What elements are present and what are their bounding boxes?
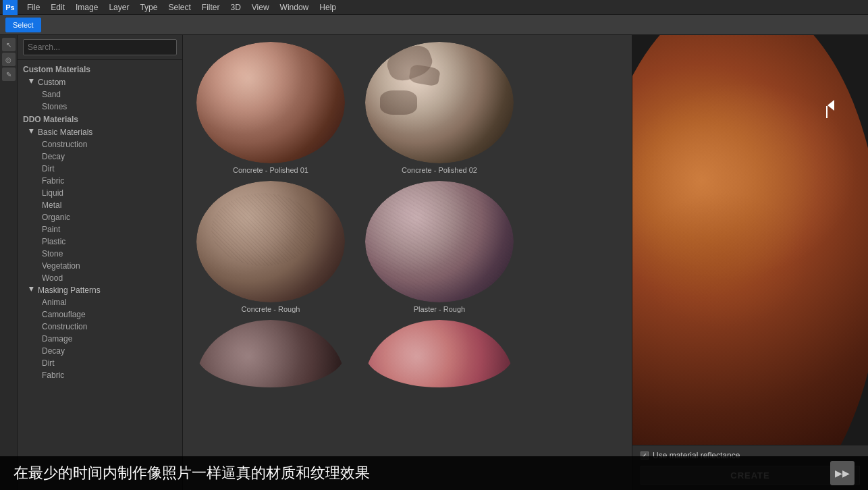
left-tools-panel: ↖ ◎ ✎ — [0, 35, 18, 490]
search-input[interactable] — [23, 39, 177, 55]
menu-type[interactable]: Type — [134, 1, 163, 13]
group-masking-patterns[interactable]: ▶ Masking Patterns — [18, 284, 182, 296]
item-metal[interactable]: Metal — [18, 199, 182, 211]
group-masking-label: Masking Patterns — [38, 285, 101, 295]
toolbar-select-btn[interactable]: Select — [5, 18, 41, 32]
tree-container: Custom Materials ▶ Custom Sand Stones DD… — [18, 60, 182, 490]
group-basic-label: Basic Materials — [38, 128, 92, 137]
item-construction-mask[interactable]: Construction — [18, 321, 182, 333]
right-panel: Use material reflectance CREATE — [632, 35, 868, 490]
menu-file[interactable]: File — [22, 1, 45, 13]
item-animal[interactable]: Animal — [18, 296, 182, 308]
sphere-4 — [196, 320, 345, 387]
chevron-custom: ▶ — [28, 79, 35, 86]
item-damage[interactable]: Damage — [18, 333, 182, 345]
material-card-1[interactable]: Concrete - Polished 02 — [358, 42, 520, 174]
item-camouflage[interactable]: Camouflage — [18, 308, 182, 321]
group-custom-label: Custom — [38, 78, 65, 87]
sphere-5 — [365, 320, 514, 387]
menubar: Ps File Edit Image Layer Type Select Fil… — [0, 0, 868, 15]
item-stone[interactable]: Stone — [18, 248, 182, 260]
app-logo: Ps — [3, 0, 18, 15]
material-card-2[interactable]: Concrete - Rough — [190, 181, 352, 313]
cursor-arrow — [828, 100, 834, 111]
menu-layer[interactable]: Layer — [103, 1, 134, 13]
group-custom[interactable]: ▶ Custom — [18, 76, 182, 88]
material-card-4[interactable] — [190, 320, 352, 390]
material-card-3[interactable]: Plaster - Rough — [358, 181, 520, 313]
item-stones[interactable]: Stones — [18, 101, 182, 113]
tool-paint[interactable]: ✎ — [2, 67, 16, 81]
menu-image[interactable]: Image — [70, 1, 103, 13]
material-label-2: Concrete - Rough — [242, 305, 300, 313]
sphere-2 — [196, 181, 345, 302]
item-plastic[interactable]: Plastic — [18, 236, 182, 248]
search-box — [18, 35, 182, 60]
material-label-0: Concrete - Polished 01 — [233, 166, 308, 174]
section-custom-materials[interactable]: Custom Materials — [18, 63, 182, 76]
sphere-1 — [365, 42, 514, 163]
item-paint[interactable]: Paint — [18, 223, 182, 236]
item-sand[interactable]: Sand — [18, 88, 182, 101]
item-liquid[interactable]: Liquid — [18, 187, 182, 199]
item-organic[interactable]: Organic — [18, 211, 182, 223]
section-ddo-materials[interactable]: DDO Materials — [18, 113, 182, 126]
play-button[interactable]: ▶▶ — [830, 461, 855, 485]
sphere-0 — [196, 42, 345, 163]
item-decay[interactable]: Decay — [18, 151, 182, 163]
item-fabric-mask[interactable]: Fabric — [18, 369, 182, 381]
material-card-0[interactable]: Concrete - Polished 01 — [190, 42, 352, 174]
material-card-5[interactable] — [358, 320, 520, 390]
item-wood[interactable]: Wood — [18, 272, 182, 284]
menu-filter[interactable]: Filter — [196, 1, 225, 13]
item-decay-mask[interactable]: Decay — [18, 345, 182, 357]
materials-grid: Concrete - Polished 01 Concrete - Polish… — [183, 35, 632, 490]
item-construction[interactable]: Construction — [18, 138, 182, 151]
chevron-basic: ▶ — [28, 129, 35, 136]
menu-edit[interactable]: Edit — [45, 1, 70, 13]
menu-help[interactable]: Help — [314, 1, 342, 13]
item-fabric[interactable]: Fabric — [18, 175, 182, 187]
item-dirt[interactable]: Dirt — [18, 163, 182, 175]
chevron-masking: ▶ — [28, 287, 35, 294]
material-label-1: Concrete - Polished 02 — [402, 166, 477, 174]
menu-view[interactable]: View — [246, 1, 275, 13]
material-label-3: Plaster - Rough — [414, 305, 465, 313]
item-vegetation[interactable]: Vegetation — [18, 260, 182, 272]
menu-select[interactable]: Select — [163, 1, 196, 13]
sidebar: Custom Materials ▶ Custom Sand Stones DD… — [18, 35, 183, 490]
toolbar: Select — [0, 15, 868, 35]
main-layout: ↖ ◎ ✎ Custom Materials ▶ Custom Sand Sto… — [0, 35, 868, 490]
menu-window[interactable]: Window — [275, 1, 315, 13]
tool-lasso[interactable]: ◎ — [2, 53, 16, 66]
sphere-3 — [365, 181, 514, 302]
item-dirt-mask[interactable]: Dirt — [18, 357, 182, 369]
menu-3d[interactable]: 3D — [225, 1, 246, 13]
group-basic-materials[interactable]: ▶ Basic Materials — [18, 126, 182, 138]
subtitle-text: 在最少的时间内制作像照片一样逼真的材质和纹理效果 — [13, 463, 370, 483]
planet-preview — [632, 35, 868, 445]
subtitle-bar: 在最少的时间内制作像照片一样逼真的材质和纹理效果 ▶▶ — [0, 456, 868, 490]
tool-move[interactable]: ↖ — [2, 38, 16, 51]
